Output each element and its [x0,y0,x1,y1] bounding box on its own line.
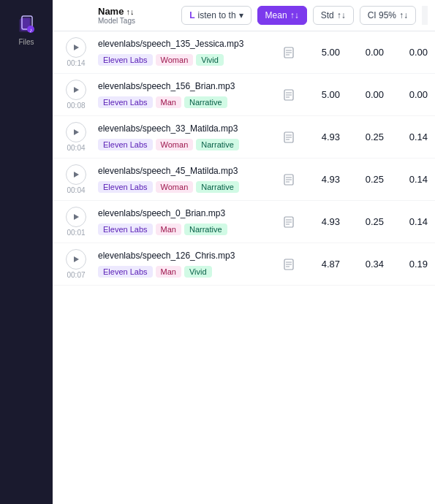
std-value: 0.25 [346,174,384,185]
doc-icon[interactable] [281,257,296,272]
svg-marker-25 [74,214,79,220]
sidebar: ♪ Files [0,0,53,504]
tag: Woman [156,54,194,66]
mean-value: 4.87 [302,259,340,270]
file-name: elevenlabs/speech_33_Matilda.mp3 [98,123,276,135]
mean-value: 4.93 [302,216,340,227]
file-info: elevenlabs/speech_33_Matilda.mp3 Eleven … [98,123,276,150]
play-col: 00:04 [60,122,92,152]
tags-row: Eleven LabsManNarrative [98,96,276,108]
table-row: 00:01 elevenlabs/speech_0_Brian.mp3 Elev… [53,201,435,243]
svg-marker-20 [74,172,79,177]
ci-value: 0.00 [390,47,428,58]
tag: Narrative [184,224,227,235]
table-row: 00:07 elevenlabs/speech_126_Chris.mp3 El… [53,243,435,286]
doc-icon[interactable] [281,45,296,60]
tags-row: Eleven LabsManVivid [98,266,276,278]
tags-row: Eleven LabsWomanNarrative [98,181,276,193]
play-col: 00:14 [60,37,92,67]
file-info: elevenlabs/speech_0_Brian.mp3 Eleven Lab… [98,208,276,235]
play-col: 00:04 [60,164,92,194]
file-info: elevenlabs/speech_135_Jessica.mp3 Eleven… [98,39,276,66]
std-value: 0.25 [346,131,384,142]
file-name: elevenlabs/speech_156_Brian.mp3 [98,81,276,93]
tags-row: Eleven LabsManNarrative [98,224,276,235]
play-button[interactable] [66,80,86,100]
tag: Vivid [196,54,224,66]
mean-value: 4.93 [302,174,340,185]
file-name: elevenlabs/speech_126_Chris.mp3 [98,251,276,262]
duration: 00:01 [67,229,85,237]
doc-icon[interactable] [281,215,296,229]
listen-filter-button[interactable]: Listen to th ▾ [181,6,251,25]
play-icon [72,85,80,94]
svg-marker-30 [74,256,79,262]
tag: Eleven Labs [98,266,153,278]
tag: Woman [156,139,194,150]
file-info: elevenlabs/speech_156_Brian.mp3 Eleven L… [98,81,276,108]
table-row: 00:14 elevenlabs/speech_135_Jessica.mp3 … [53,31,435,74]
doc-icon[interactable] [281,88,296,102]
ci-sort-icon: ↑↓ [399,10,408,20]
tag: Man [156,224,181,235]
tag: Eleven Labs [98,96,153,108]
name-label: Name [98,6,124,17]
ci-value: 0.19 [390,259,428,270]
name-column-header: Name ↑↓ Model Tags [98,6,155,25]
std-value: 0.25 [346,216,384,227]
model-tags-sublabel: Model Tags [98,17,155,25]
std-value: 0.00 [346,47,384,58]
file-name: elevenlabs/speech_0_Brian.mp3 [98,208,276,220]
filter-rest: isten to th [198,10,236,20]
table-row: 00:08 elevenlabs/speech_156_Brian.mp3 El… [53,74,435,116]
play-button[interactable] [66,207,86,227]
std-column-button[interactable]: Std ↑↓ [313,6,354,25]
main-content: Name ↑↓ Model Tags Listen to th ▾ Mean ↑… [53,0,435,504]
sidebar-files-label: Files [18,38,34,46]
scrollbar-placeholder [422,6,428,25]
play-icon [72,255,80,264]
table-row: 00:04 elevenlabs/speech_45_Matilda.mp3 E… [53,159,435,201]
play-button[interactable] [66,249,86,270]
play-button[interactable] [66,37,86,58]
tag: Narrative [196,139,239,150]
duration: 00:07 [67,271,85,279]
tag: Eleven Labs [98,139,153,150]
tag: Man [156,266,181,278]
tags-row: Eleven LabsWomanVivid [98,54,276,66]
ci-value: 0.14 [390,174,428,185]
play-button[interactable] [66,164,86,185]
duration: 00:08 [67,102,85,110]
sidebar-item-files[interactable]: ♪ Files [16,9,37,52]
duration: 00:04 [67,186,85,194]
std-value: 0.34 [346,259,384,270]
filter-chevron-icon: ▾ [239,10,243,20]
files-icon: ♪ [16,15,37,35]
play-col: 00:01 [60,207,92,237]
file-list: 00:14 elevenlabs/speech_135_Jessica.mp3 … [53,31,435,504]
file-info: elevenlabs/speech_126_Chris.mp3 Eleven L… [98,251,276,278]
play-button[interactable] [66,122,86,142]
ci-column-button[interactable]: CI 95% ↑↓ [360,6,416,25]
play-icon [72,213,80,221]
doc-icon[interactable] [281,130,296,145]
play-col: 00:07 [60,249,92,279]
filter-text: L [189,10,194,20]
svg-marker-5 [74,45,79,50]
svg-marker-15 [74,129,79,135]
ci-value: 0.14 [390,131,428,142]
mean-value: 5.00 [302,47,340,58]
tag: Eleven Labs [98,224,153,235]
duration: 00:14 [67,59,85,67]
mean-value: 4.93 [302,131,340,142]
tag: Narrative [184,96,227,108]
tag: Woman [156,181,194,193]
name-sort-icon[interactable]: ↑↓ [126,7,134,16]
duration: 00:04 [67,144,85,152]
mean-column-button[interactable]: Mean ↑↓ [257,6,307,25]
doc-icon[interactable] [281,172,296,187]
ci-value: 0.14 [390,216,428,227]
mean-sort-icon: ↑↓ [290,10,299,20]
play-icon [72,128,80,137]
std-label: Std [321,10,334,20]
